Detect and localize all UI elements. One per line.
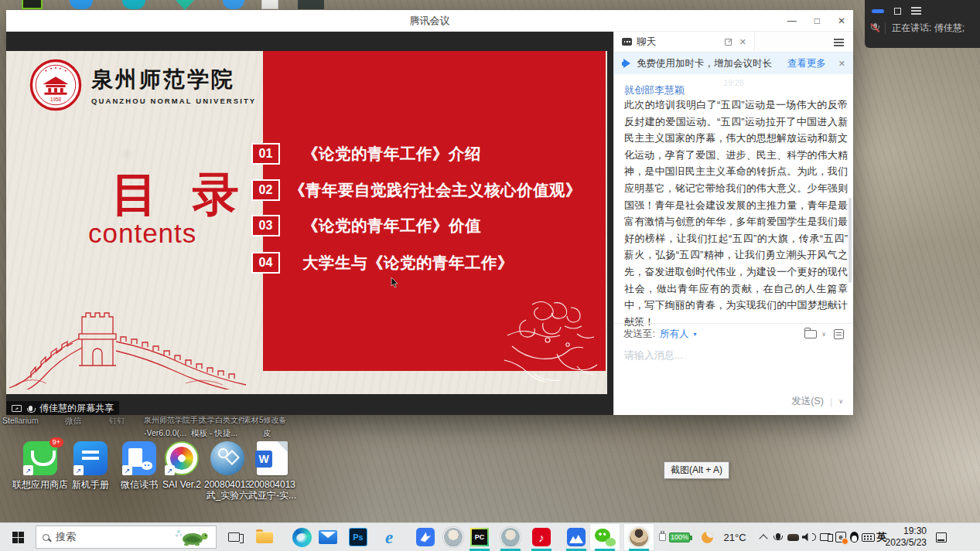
file-attach-icon[interactable]	[804, 330, 817, 338]
screen-share-icon	[12, 405, 22, 412]
taskbar-clock[interactable]: 19:30 2023/5/23	[886, 523, 927, 551]
taskbar-avatar-app-2[interactable]	[495, 523, 526, 551]
time: 19:30	[903, 525, 927, 537]
panel-divider	[885, 23, 886, 34]
task-view-button[interactable]	[220, 523, 248, 551]
diagram-file-icon	[210, 441, 244, 475]
desktop-icon-stub	[261, 0, 278, 9]
caret-down-icon[interactable]: ▾	[693, 331, 696, 338]
toc-text: 《青年要自觉践行社会主义核心价值观》	[289, 179, 582, 201]
tray-browser-update-icon[interactable]: e	[833, 523, 849, 551]
night-mode-moon-icon[interactable]	[698, 523, 715, 551]
screen-share-view: 1958 泉州师范学院 QUANZHOU NORMAL UNIVERSITY 目…	[6, 32, 613, 415]
taskbar-file-explorer[interactable]	[249, 523, 280, 551]
tray-volume-icon[interactable]	[801, 523, 817, 551]
tray-device-icon[interactable]	[785, 523, 801, 551]
speaker-float-panel: 正在讲话: 傅佳慧;	[865, 0, 980, 48]
chat-bubble-icon	[622, 38, 632, 46]
great-wall-art	[8, 292, 248, 389]
taskbar-pycharm[interactable]: PC	[464, 523, 495, 551]
start-button[interactable]	[0, 523, 36, 551]
university-name-en: QUANZHOU NORMAL UNIVERSITY	[91, 97, 256, 105]
message-sender[interactable]: 就创部李慧颖	[624, 83, 685, 97]
maximize-button[interactable]: □	[814, 15, 820, 26]
avatar-icon	[443, 527, 463, 547]
window-title: 腾讯会议	[6, 10, 853, 31]
desktop-icon-word-doc[interactable]: W 200804013武亚宁-实...	[248, 441, 297, 501]
chat-tab-close-icon[interactable]: ✕	[739, 38, 746, 46]
desktop-icon-experiment-file[interactable]: 200804013武_实验六	[203, 441, 252, 501]
chat-panel: 聊天 ✕ 免费使用加时卡，增加会议时长 查看更多 ✕ 19:28 就创部李慧颖 …	[613, 32, 853, 415]
search-input[interactable]: 搜索	[36, 525, 217, 549]
tab-chat[interactable]: 聊天 ✕	[614, 32, 755, 52]
send-to-label: 发送至:	[623, 328, 655, 341]
message-input[interactable]: 请输入消息...	[624, 349, 683, 362]
taskbar-ie[interactable]: e	[374, 523, 405, 551]
panel-menu-icon[interactable]	[911, 7, 921, 15]
chat-menu-icon[interactable]	[834, 39, 844, 46]
taskbar-mountain-app[interactable]	[561, 523, 592, 551]
ghost-icon-label: -Ver6.0.0(...	[144, 428, 186, 437]
weather-temperature[interactable]: 21°C	[718, 523, 752, 551]
touch-keyboard-icon[interactable]	[860, 523, 876, 551]
toc-item-2: 02 《青年要自觉践行社会主义核心价值观》	[251, 179, 582, 201]
send-options-chevron-icon[interactable]: ∨	[838, 398, 843, 405]
search-placeholder: 搜索	[56, 530, 168, 544]
restore-bar-icon[interactable]	[872, 9, 884, 13]
popout-icon[interactable]	[725, 39, 732, 46]
toc-text: 大学生与《论党的青年工作》	[289, 252, 514, 274]
university-name: 泉州师范学院	[91, 65, 256, 94]
taskbar-wechat[interactable]	[589, 523, 620, 551]
desktop-icon-manual[interactable]: ↗ 新机手册	[66, 441, 115, 490]
attach-chevron-icon[interactable]: ∨	[821, 331, 826, 338]
send-button[interactable]: 发送(S) | ∨	[791, 395, 843, 408]
ghost-icon-label: 泉州师范学院手提	[144, 415, 206, 426]
announcement-icon[interactable]	[834, 329, 844, 339]
pycharm-icon: PC	[470, 528, 489, 546]
megaphone-icon	[622, 59, 631, 68]
desktop-icon-stub	[70, 0, 93, 9]
toc-subtitle: contents	[88, 218, 196, 249]
layout-icon[interactable]	[894, 8, 901, 15]
tray-mic-icon[interactable]	[772, 523, 784, 551]
battery-indicator[interactable]: 100%	[656, 523, 693, 551]
banner-close-icon[interactable]: ✕	[838, 60, 845, 68]
speaking-label: 正在讲话: 傅佳慧;	[892, 22, 965, 35]
turtle-image[interactable]	[174, 528, 210, 547]
close-button[interactable]: ✕	[838, 15, 845, 26]
horse-line-art	[503, 300, 607, 394]
send-button-label[interactable]: 发送(S)	[791, 395, 824, 408]
avatar-icon	[500, 527, 521, 547]
action-center-icon[interactable]	[928, 523, 954, 551]
netease-music-icon: ♪	[532, 528, 551, 546]
desktop-icon-stub	[176, 0, 194, 10]
toc-number: 04	[251, 252, 280, 274]
send-to-dropdown[interactable]: 所有人	[660, 328, 689, 341]
taskbar-thunder[interactable]	[410, 523, 441, 551]
toc-item-1: 01 《论党的青年工作》介绍	[251, 143, 481, 165]
toc-item-3: 03 《论党的青年工作》价值	[251, 215, 481, 236]
taskbar-user-avatar[interactable]	[623, 523, 654, 551]
muted-mic-icon[interactable]	[871, 23, 879, 33]
window-titlebar[interactable]: 腾讯会议 — □ ✕	[6, 10, 853, 32]
toc-item-4: 04 大学生与《论党的青年工作》	[251, 252, 514, 274]
banner-see-more-link[interactable]: 查看更多	[787, 57, 826, 70]
desktop-icon-sai[interactable]: ↗ SAI Ver.2	[157, 441, 207, 490]
minimize-button[interactable]: —	[787, 15, 797, 26]
tray-expand-chevron-icon[interactable]	[756, 523, 770, 551]
desktop-icon-lenovo-store[interactable]: 9+ ↗ 联想应用商店	[15, 441, 65, 490]
toc-number: 01	[251, 143, 280, 165]
taskbar-photoshop[interactable]: Ps	[343, 523, 374, 551]
meeting-window: 腾讯会议 — □ ✕	[6, 10, 853, 415]
tray-display-cast-icon[interactable]	[818, 523, 833, 551]
taskbar-netease-music[interactable]: ♪	[526, 523, 557, 551]
ghost-icon-label: 素材5修改备	[244, 415, 287, 426]
desktop-icon-stub	[22, 0, 43, 9]
date: 2023/5/23	[886, 537, 927, 549]
taskbar-mail[interactable]	[312, 523, 343, 551]
chat-tab-label: 聊天	[637, 36, 720, 49]
tray-qq-icon[interactable]	[849, 523, 860, 551]
shortcut-arrow-icon: ↗	[73, 465, 84, 475]
promo-banner: 免费使用加时卡，增加会议时长 查看更多 ✕	[614, 53, 853, 74]
chat-scrollbar[interactable]	[849, 198, 852, 283]
